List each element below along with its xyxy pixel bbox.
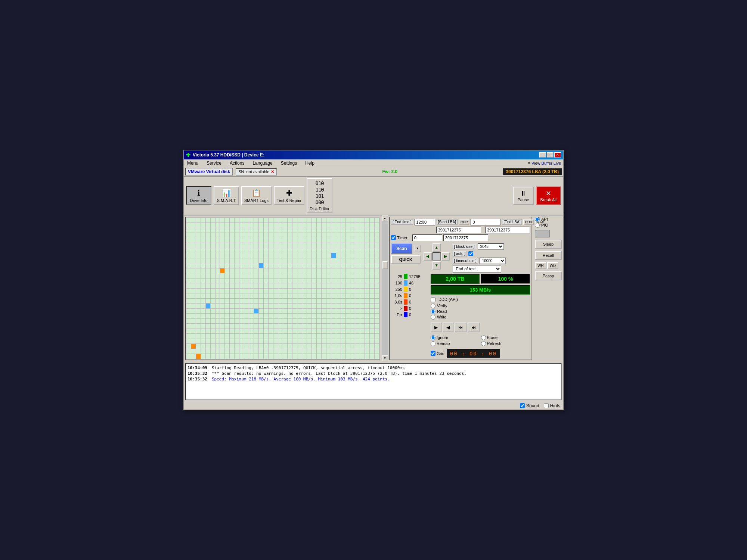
ignore-label: Ignore — [437, 335, 448, 340]
sleep-button[interactable]: Sleep — [535, 240, 562, 249]
cur-end-button[interactable]: CUR — [523, 220, 534, 225]
skip-fwd-button[interactable]: ⏭ — [468, 323, 480, 332]
end-of-test-select[interactable]: End of test — [453, 265, 501, 273]
cur-start-button[interactable]: CUR — [459, 220, 469, 225]
bar-3s-count: 0 — [409, 300, 428, 304]
grid-scrollbar[interactable]: ▲ ▼ — [382, 215, 388, 361]
break-all-button[interactable]: ✕ Break All — [536, 186, 561, 205]
skip-back-button[interactable]: ⏮ — [455, 323, 467, 332]
sound-check-item[interactable]: Sound — [520, 403, 539, 408]
menu-item-service[interactable]: Service — [205, 160, 223, 166]
verify-radio[interactable] — [431, 304, 436, 308]
restore-button[interactable]: □ — [547, 152, 554, 158]
menu-item-language[interactable]: Language — [251, 160, 273, 166]
view-buffer-button[interactable]: ≡ View Buffer Live — [528, 161, 561, 165]
back-button[interactable]: ◀ — [443, 323, 453, 332]
grid-check-item[interactable]: Grid — [431, 351, 444, 356]
refresh-radio[interactable] — [481, 341, 486, 346]
disk-editor-button[interactable]: 010110101000 Disk Editor — [307, 178, 332, 213]
grid-checkbox[interactable] — [431, 351, 436, 356]
bar-row-err: Err ✕ 0 — [391, 312, 428, 317]
block-size-row: [ block size ] 2048 — [453, 243, 506, 250]
quick-button[interactable]: QUICK — [391, 255, 421, 264]
arrow-pad: ▲ ◀ ▶ ▼ — [424, 243, 450, 270]
arrow-up-button[interactable]: ▲ — [433, 243, 441, 252]
refresh-radio-item[interactable]: Refresh — [481, 341, 530, 346]
test-repair-button[interactable]: ✚ Test & Repair — [274, 186, 304, 205]
wr-button[interactable]: WR — [535, 262, 546, 269]
drive-info-label: Drive Info — [190, 198, 207, 203]
timer-end-input[interactable] — [443, 234, 488, 241]
bar-row-250: 250 0 — [391, 287, 428, 292]
scroll-up-button[interactable]: ▲ — [382, 215, 388, 221]
end-time-input[interactable] — [415, 219, 435, 225]
smart-logs-icon: 📋 — [252, 189, 261, 197]
menu-item-help[interactable]: Help — [304, 160, 316, 166]
err-count: 0 — [409, 312, 428, 317]
bar-gt-label: > — [391, 306, 402, 311]
percent-display: 100 % — [481, 274, 530, 284]
menu-item-actions[interactable]: Actions — [229, 160, 245, 166]
api-radio-item[interactable]: API — [535, 217, 562, 222]
remap-radio[interactable] — [431, 341, 436, 346]
scroll-down-button[interactable]: ▼ — [382, 355, 388, 361]
start-lba-input[interactable] — [471, 219, 500, 225]
arrow-right-button[interactable]: ▶ — [441, 252, 450, 261]
ignore-radio[interactable] — [431, 335, 436, 340]
hints-check-item[interactable]: Hints — [544, 403, 560, 408]
play-button[interactable]: ▶ — [431, 323, 441, 332]
smart-logs-button[interactable]: 📋 SMART Logs — [241, 186, 272, 205]
auto-checkbox[interactable] — [468, 251, 473, 256]
menu-item-settings[interactable]: Settings — [280, 160, 298, 166]
wr-buttons: WR WD — [535, 262, 562, 269]
sound-checkbox[interactable] — [520, 403, 525, 408]
erase-radio-item[interactable]: Erase — [481, 335, 530, 340]
drive-info-button[interactable]: ℹ Drive Info — [186, 186, 211, 205]
bar-row-gt: > 0 — [391, 306, 428, 311]
log-entry-2: 10:35:32 Speed: Maximum 218 MB/s. Averag… — [187, 376, 560, 382]
minimize-button[interactable]: — — [539, 152, 546, 158]
write-radio-item[interactable]: Write — [431, 315, 530, 320]
sn-close-button[interactable]: ✕ — [271, 169, 274, 174]
bar-row-100: 100 46 — [391, 280, 428, 286]
log-entry-1: 10:35:32 *** Scan results: no warnings, … — [187, 371, 560, 376]
scan-dropdown[interactable]: ▼ — [415, 245, 421, 252]
size-display: 2,00 TB — [431, 274, 480, 284]
smart-button[interactable]: 📊 S.M.A.R.T — [214, 186, 239, 205]
timer-checkbox[interactable] — [391, 235, 396, 240]
erase-radio[interactable] — [481, 335, 486, 340]
pio-radio-item[interactable]: PIO — [535, 223, 562, 228]
hints-checkbox[interactable] — [544, 403, 549, 408]
verify-radio-item[interactable]: Verify — [431, 304, 530, 308]
recall-button[interactable]: Recall — [535, 251, 562, 260]
arrow-left-button[interactable]: ◀ — [424, 252, 432, 261]
close-button[interactable]: ✕ — [554, 152, 561, 158]
main-window: ✚ Victoria 5.37 HDD/SSD | Device E: — □ … — [183, 150, 564, 410]
timer-label: Timer — [397, 236, 407, 240]
main-content: ▲ ▼ [ End time ] [Start LBA] CUR [End LB… — [184, 215, 563, 361]
wd-button[interactable]: WD — [547, 262, 559, 269]
arrow-down-button[interactable]: ▼ — [433, 261, 441, 270]
timeout-select[interactable]: 10000 — [480, 258, 506, 264]
read-radio-item[interactable]: Read — [431, 309, 530, 314]
block-size-select[interactable]: 2048 — [478, 243, 504, 250]
read-radio[interactable] — [431, 309, 436, 314]
pause-button[interactable]: ⏸ Pause — [513, 187, 533, 205]
remap-radio-item[interactable]: Remap — [431, 341, 480, 346]
timer-lba-input[interactable] — [412, 234, 442, 241]
lba-time-row: [ End time ] [Start LBA] CUR [End LBA] C… — [391, 219, 530, 225]
end-lba-right-input[interactable] — [485, 227, 530, 233]
menu-item-menu[interactable]: Menu — [186, 160, 199, 166]
ddd-checkbox[interactable] — [431, 297, 436, 302]
scroll-thumb[interactable] — [382, 261, 388, 269]
pio-radio[interactable] — [535, 223, 540, 228]
bar-1s-label: 1,0s — [391, 293, 402, 298]
write-radio[interactable] — [431, 315, 436, 320]
bar-25-count: 12795 — [409, 274, 428, 279]
ignore-radio-item[interactable]: Ignore — [431, 335, 480, 340]
scan-button[interactable]: Scan — [391, 243, 412, 254]
start-lba-label: [Start LBA] — [437, 219, 458, 225]
api-radio[interactable] — [535, 217, 540, 222]
end-lba-value-input[interactable] — [436, 227, 481, 233]
passp-button[interactable]: Passp — [535, 271, 562, 280]
